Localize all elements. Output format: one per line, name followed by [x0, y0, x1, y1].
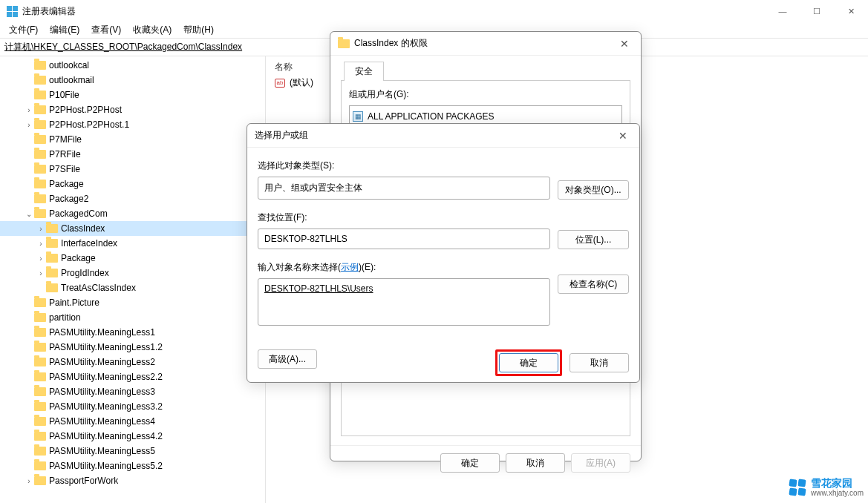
tree-item-pasmutility-meaningless1-2[interactable]: PASMUtility.MeaningLess1.2 [0, 340, 265, 355]
tree-item-passportforwork[interactable]: ›PassportForWork [0, 473, 265, 488]
tree-item-pasmutility-meaningless1[interactable]: PASMUtility.MeaningLess1 [0, 325, 265, 340]
tree-item-label: TreatAsClassIndex [61, 283, 136, 293]
app-icon [6, 5, 18, 17]
folder-icon [34, 432, 46, 441]
tree-item-p7mfile[interactable]: P7MFile [0, 132, 265, 147]
menu-help[interactable]: 帮助(H) [177, 22, 220, 38]
tree-item-pasmutility-meaningless2-2[interactable]: PASMUtility.MeaningLess2.2 [0, 369, 265, 384]
folder-icon [34, 180, 46, 188]
folder-icon [34, 105, 46, 114]
advanced-button[interactable]: 高级(A)... [258, 349, 317, 369]
permissions-ok-button[interactable]: 确定 [440, 453, 500, 473]
list-row-label: (默认) [290, 76, 313, 89]
permissions-title-text: ClassIndex 的权限 [354, 37, 428, 50]
window-title: 注册表编辑器 [22, 5, 76, 18]
tree-item-package2[interactable]: Package2 [0, 191, 265, 206]
permissions-close-button[interactable]: ✕ [616, 38, 633, 50]
permissions-cancel-button[interactable]: 取消 [506, 453, 565, 473]
folder-icon [34, 417, 46, 426]
select-title: 选择用户或组 ✕ [247, 124, 639, 148]
folder-icon [34, 76, 46, 85]
tree-item-packagedcom[interactable]: ⌄PackagedCom [0, 206, 265, 221]
tree-item-pasmutility-meaningless4[interactable]: PASMUtility.MeaningLess4 [0, 414, 265, 429]
folder-icon [34, 447, 46, 456]
folder-icon [34, 165, 46, 174]
menu-view[interactable]: 查看(V) [85, 22, 127, 38]
watermark: 雪花家园 www.xhjaty.com [789, 478, 864, 497]
object-name-value: DESKTOP-82TLHLS\Users [264, 283, 373, 294]
object-name-input[interactable]: DESKTOP-82TLHLS\Users [258, 278, 550, 326]
tree-item-label: P2PHost.P2PHost.1 [49, 119, 129, 130]
permissions-apply-button[interactable]: 应用(A) [571, 453, 630, 473]
package-icon: ▦ [353, 111, 363, 122]
tree-item-pasmutility-meaningless3-2[interactable]: PASMUtility.MeaningLess3.2 [0, 399, 265, 414]
tree-item-package[interactable]: Package [0, 177, 265, 191]
tree-item-outlookmail[interactable]: outlookmail [0, 73, 265, 88]
titlebar: 注册表编辑器 [0, 0, 868, 22]
tree-item-pasmutility-meaningless5[interactable]: PASMUtility.MeaningLess5 [0, 444, 265, 458]
tree-item-interfaceindex[interactable]: ›InterfaceIndex [0, 236, 265, 251]
folder-icon [34, 298, 46, 307]
tab-security[interactable]: 安全 [344, 62, 384, 81]
tree-item-partition[interactable]: partition [0, 310, 265, 325]
check-names-button[interactable]: 检查名称(C) [558, 274, 629, 294]
tree-item-progidindex[interactable]: ›ProgIdIndex [0, 266, 265, 280]
folder-icon [34, 209, 46, 218]
select-close-button[interactable]: ✕ [614, 130, 632, 142]
tree-item-p2phost-p2phost[interactable]: ›P2PHost.P2PHost [0, 102, 265, 117]
select-footer: 高级(A)... 确定 取消 [247, 343, 639, 387]
folder-icon [34, 358, 46, 366]
tree-item-label: Package2 [49, 194, 88, 204]
expand-icon[interactable]: › [36, 254, 46, 263]
select-title-text: 选择用户或组 [255, 129, 308, 142]
tree-item-p7rfile[interactable]: P7RFile [0, 147, 265, 162]
folder-icon [46, 269, 58, 277]
window-controls: — ☐ ✕ [766, 0, 868, 22]
tree-item-pasmutility-meaningless2[interactable]: PASMUtility.MeaningLess2 [0, 355, 265, 369]
tree-item-label: outlookmail [49, 75, 94, 85]
tree-item-classindex[interactable]: ›ClassIndex [0, 221, 265, 236]
tree-view[interactable]: outlookcaloutlookmailP10File›P2PHost.P2P… [0, 56, 266, 503]
tree-item-label: Package [61, 253, 96, 263]
tree-item-p10file[interactable]: P10File [0, 88, 265, 102]
object-types-button[interactable]: 对象类型(O)... [558, 180, 629, 200]
tree-item-treatasclassindex[interactable]: TreatAsClassIndex [0, 280, 265, 295]
tree-item-package[interactable]: ›Package [0, 251, 265, 266]
tree-item-label: P2PHost.P2PHost [49, 105, 122, 115]
string-icon: ab [275, 79, 285, 88]
tree-item-label: PASMUtility.MeaningLess1.2 [49, 342, 163, 352]
tree-item-p7sfile[interactable]: P7SFile [0, 162, 265, 177]
menu-file[interactable]: 文件(F) [3, 22, 44, 38]
tree-item-label: partition [49, 312, 81, 323]
object-type-field: 用户、组或内置安全主体 [258, 177, 550, 200]
expand-icon[interactable]: › [24, 121, 34, 129]
expand-icon[interactable]: › [36, 225, 46, 233]
expand-icon[interactable]: › [24, 106, 34, 114]
folder-icon [46, 224, 58, 233]
expand-icon[interactable]: ⌄ [24, 210, 34, 218]
permissions-footer: 确定 取消 应用(A) [330, 445, 641, 480]
maximize-button[interactable]: ☐ [800, 0, 834, 22]
tree-item-label: P7SFile [49, 164, 80, 174]
tree-item-pasmutility-meaningless4-2[interactable]: PASMUtility.MeaningLess4.2 [0, 429, 265, 444]
tree-item-p2phost-p2phost-1[interactable]: ›P2PHost.P2PHost.1 [0, 117, 265, 132]
menu-favorites[interactable]: 收藏夹(A) [127, 22, 177, 38]
tree-item-outlookcal[interactable]: outlookcal [0, 58, 265, 73]
select-cancel-button[interactable]: 取消 [570, 353, 629, 372]
expand-icon[interactable]: › [36, 269, 46, 277]
expand-icon[interactable]: › [36, 240, 46, 248]
close-button[interactable]: ✕ [834, 0, 868, 22]
tree-item-pasmutility-meaningless3[interactable]: PASMUtility.MeaningLess3 [0, 384, 265, 399]
expand-icon[interactable]: › [24, 477, 34, 485]
tree-item-pasmutility-meaningless5-2[interactable]: PASMUtility.MeaningLess5.2 [0, 458, 265, 473]
tree-item-paint-picture[interactable]: Paint.Picture [0, 295, 265, 310]
tree-item-label: ProgIdIndex [61, 268, 109, 278]
select-ok-button[interactable]: 确定 [499, 353, 558, 372]
folder-icon [34, 120, 46, 129]
folder-icon [338, 39, 350, 48]
menu-edit[interactable]: 编辑(E) [44, 22, 85, 38]
tree-item-label: InterfaceIndex [61, 238, 117, 249]
example-link[interactable]: 示例 [341, 262, 359, 272]
minimize-button[interactable]: — [766, 0, 800, 22]
locations-button[interactable]: 位置(L)... [558, 230, 629, 249]
